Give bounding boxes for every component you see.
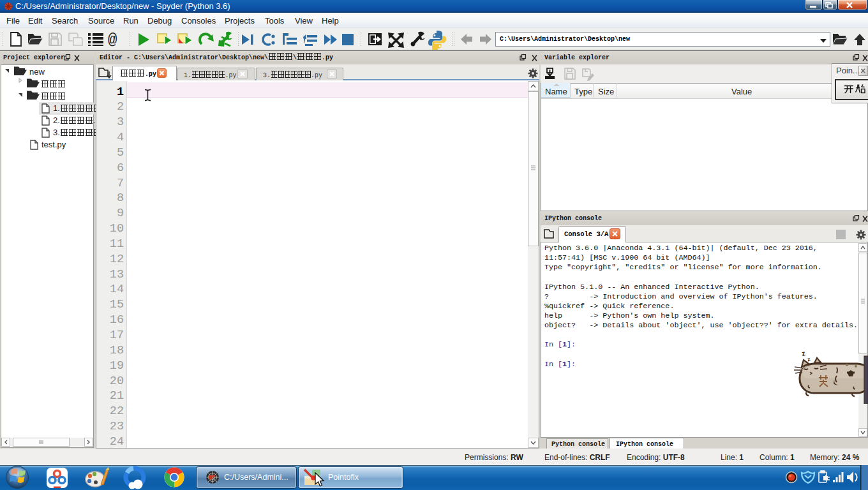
svg-text:z: z — [807, 356, 811, 363]
svg-text:@: @ — [108, 31, 117, 48]
svg-text:Pointofix: Pointofix — [328, 473, 359, 482]
svg-text:z: z — [801, 349, 806, 357]
svg-text:C:/Users/Admini...: C:/Users/Admini... — [224, 473, 288, 482]
